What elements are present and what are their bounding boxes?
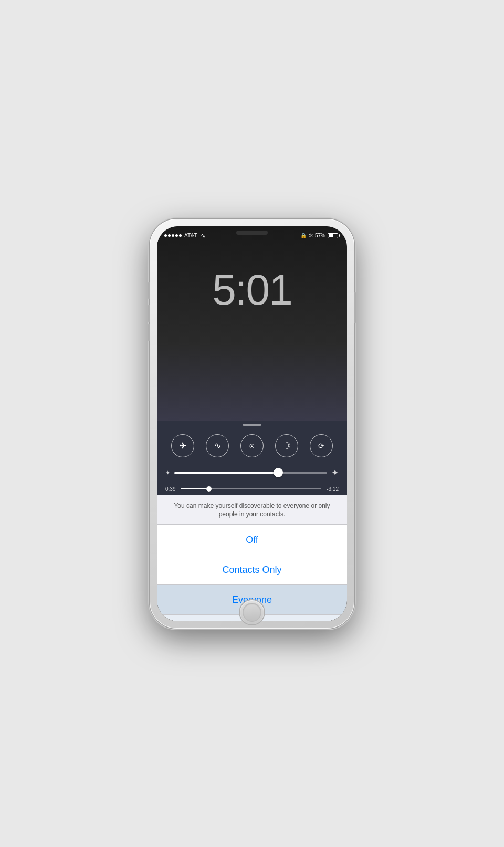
action-sheet-message: You can make yourself discoverable to ev… bbox=[157, 495, 347, 525]
brightness-fill bbox=[174, 472, 278, 474]
bluetooth-toggle-icon: ⍟ bbox=[249, 441, 255, 451]
option-contacts-only-button[interactable]: Contacts Only bbox=[157, 555, 347, 584]
playback-current-time: 0:39 bbox=[165, 486, 175, 492]
playback-thumb[interactable] bbox=[206, 486, 212, 492]
rotation-lock-icon: ⟳ bbox=[318, 442, 324, 450]
rotation-lock-button[interactable]: ⟳ bbox=[310, 434, 333, 457]
brightness-slider[interactable] bbox=[174, 472, 327, 474]
option-contacts-only-label: Contacts Only bbox=[222, 564, 281, 576]
brightness-thumb[interactable] bbox=[274, 468, 283, 477]
option-off-button[interactable]: Off bbox=[157, 525, 347, 555]
phone-screen: AT&T ∿ 🔒 ✲ 57% bbox=[157, 226, 347, 621]
home-button-inner bbox=[243, 603, 261, 622]
phone-top-bar bbox=[150, 219, 354, 256]
moon-icon: ☽ bbox=[282, 440, 291, 452]
playback-fill bbox=[181, 488, 206, 489]
phone-speaker bbox=[236, 231, 268, 235]
wifi-toggle-button[interactable]: ∿ bbox=[206, 434, 229, 457]
control-center[interactable]: ✈ ∿ ⍟ ☽ ⟳ ✦ bbox=[157, 421, 347, 495]
screen-content: AT&T ∿ 🔒 ✲ 57% bbox=[157, 226, 347, 621]
brightness-row[interactable]: ✦ ✦ bbox=[157, 463, 347, 483]
playback-track[interactable] bbox=[181, 488, 321, 489]
handle-bar bbox=[243, 424, 261, 426]
playback-remaining-time: -3:12 bbox=[327, 486, 339, 492]
airplane-mode-button[interactable]: ✈ bbox=[171, 434, 194, 457]
phone-frame: AT&T ∿ 🔒 ✲ 57% bbox=[150, 219, 354, 629]
playback-row: 0:39 -3:12 bbox=[157, 483, 347, 495]
option-off-label: Off bbox=[246, 535, 258, 546]
brightness-min-icon: ✦ bbox=[165, 469, 170, 476]
airplane-icon: ✈ bbox=[179, 440, 187, 452]
control-center-handle[interactable] bbox=[157, 421, 347, 429]
wifi-toggle-icon: ∿ bbox=[214, 441, 221, 451]
brightness-max-icon: ✦ bbox=[331, 467, 339, 478]
cc-toggles-row: ✈ ∿ ⍟ ☽ ⟳ bbox=[157, 429, 347, 463]
do-not-disturb-button[interactable]: ☽ bbox=[275, 434, 298, 457]
home-button[interactable] bbox=[240, 600, 264, 624]
bluetooth-toggle-button[interactable]: ⍟ bbox=[240, 434, 264, 457]
